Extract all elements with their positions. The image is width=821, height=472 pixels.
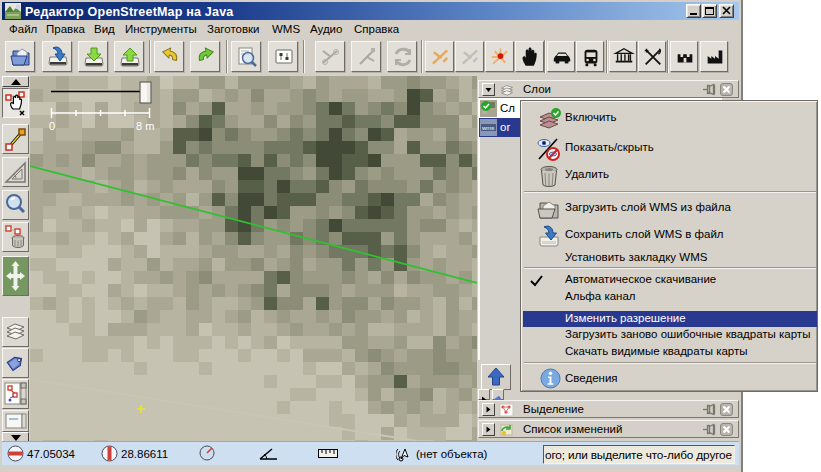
svg-text:8 m: 8 m <box>136 120 154 132</box>
svg-text:wms: wms <box>481 125 494 131</box>
svg-text:0: 0 <box>49 120 55 132</box>
